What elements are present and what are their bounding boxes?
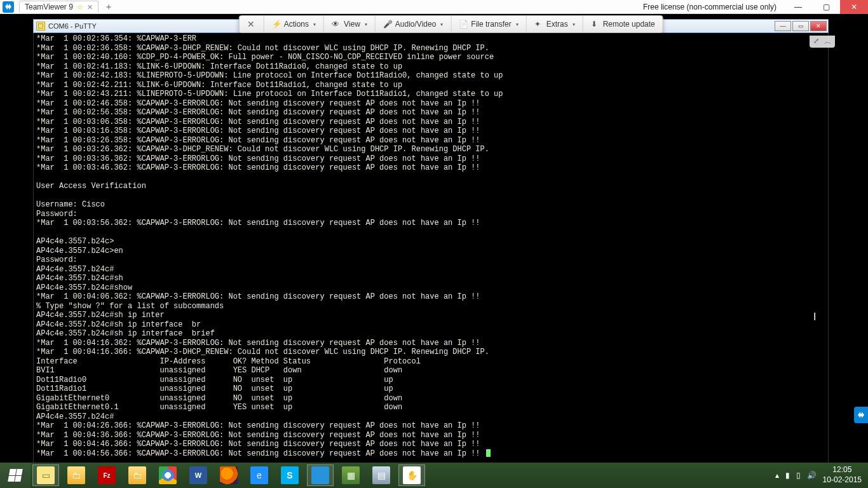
- start-button[interactable]: [0, 463, 31, 488]
- notepad-icon: ▤: [372, 466, 390, 484]
- taskbar-item-skype[interactable]: S: [275, 463, 305, 488]
- collapse-toolbar-icon[interactable]: ︿: [824, 37, 831, 46]
- file-icon: [459, 20, 468, 29]
- taskbar-item-notepad[interactable]: ▤: [366, 463, 397, 488]
- taskbar-item-chrome[interactable]: [153, 463, 183, 488]
- maximize-button[interactable]: ▢: [812, 0, 840, 14]
- teamviewer-icon: [311, 466, 329, 484]
- fullscreen-icon[interactable]: ⤢: [813, 37, 819, 46]
- gear-icon: [534, 20, 543, 29]
- tray-date: 10-02-2015: [823, 475, 862, 485]
- folder1-icon: 🗀: [67, 466, 85, 484]
- taskbar-item-folder2[interactable]: 🗀: [122, 463, 153, 488]
- folder2-icon: 🗀: [128, 466, 146, 484]
- close-icon: ✕: [247, 20, 256, 29]
- teamviewer-side-badge[interactable]: [854, 407, 868, 423]
- taskbar-item-putty[interactable]: ▭: [31, 463, 61, 488]
- license-text: Free license (non-commercial use only): [635, 3, 784, 11]
- chevron-down-icon: ▾: [313, 22, 316, 27]
- putty-terminal[interactable]: *Mar 1 00:02:36.354: %CAPWAP-3-ERR *Mar …: [33, 33, 829, 468]
- taskbar-item-filezilla[interactable]: Fz: [92, 463, 122, 488]
- putty-maximize-button[interactable]: ▭: [792, 21, 809, 31]
- remote-desktop-area: COM6 - PuTTY — ▭ ✕ *Mar 1 00:02:36.354: …: [0, 14, 868, 463]
- toolbar-remote-update[interactable]: Remote update: [583, 16, 663, 32]
- putty-window: COM6 - PuTTY — ▭ ✕ *Mar 1 00:02:36.354: …: [33, 19, 829, 468]
- chevron-down-icon: ▾: [573, 22, 575, 27]
- teamviewer-mini-controls: ⤢ ︿: [810, 36, 835, 48]
- taskbar-item-teamviewer[interactable]: [305, 463, 336, 488]
- tray-network-icon[interactable]: ▯: [796, 471, 801, 480]
- tray-time: 12:05: [823, 465, 862, 475]
- download-icon: [591, 20, 600, 29]
- putty-close-button[interactable]: ✕: [810, 21, 827, 31]
- mic-icon: [383, 20, 392, 29]
- taskbar-item-folder1[interactable]: 🗀: [61, 463, 92, 488]
- toolbar-view[interactable]: View▾: [324, 16, 376, 32]
- new-tab-button[interactable]: ＋: [102, 1, 115, 13]
- skype-icon: S: [281, 466, 299, 484]
- tray-show-hidden-icon[interactable]: ▴: [775, 471, 779, 480]
- chevron-down-icon: ▾: [365, 22, 367, 27]
- ie-icon: e: [250, 466, 268, 484]
- teamviewer-titlebar: TeamViewer 9 ☆ ✕ ＋ Free license (non-com…: [0, 0, 868, 14]
- putty-title: COM6 - PuTTY: [48, 22, 97, 30]
- remote-blank-margin: [829, 14, 868, 463]
- tray-volume-icon[interactable]: 🔊: [807, 471, 817, 480]
- chevron-down-icon: ▾: [440, 22, 443, 27]
- teamviewer-logo-icon: [3, 1, 14, 13]
- chrome-icon: [159, 466, 177, 484]
- toolbar-audio-video[interactable]: Audio/Video▾: [376, 16, 452, 32]
- putty-icon: [36, 22, 45, 30]
- toolbar-file-transfer[interactable]: File transfer▾: [451, 16, 526, 32]
- taskbar-item-ie[interactable]: e: [244, 463, 275, 488]
- teamviewer-tab[interactable]: TeamViewer 9 ☆ ✕: [19, 1, 98, 13]
- winrar-icon: ▦: [342, 466, 360, 484]
- close-button[interactable]: ✕: [840, 0, 868, 14]
- hand-icon: ✋: [403, 466, 421, 484]
- tray-clock[interactable]: 12:05 10-02-2015: [823, 465, 862, 485]
- close-tab-icon[interactable]: ✕: [87, 3, 93, 11]
- word-icon: W: [189, 466, 207, 484]
- taskbar-item-firefox[interactable]: [214, 463, 244, 488]
- taskbar-item-hand[interactable]: ✋: [397, 463, 427, 488]
- toolbar-extras[interactable]: Extras▾: [527, 16, 583, 32]
- bolt-icon: [272, 20, 281, 29]
- tab-title: TeamViewer 9: [25, 3, 73, 11]
- filezilla-icon: Fz: [98, 466, 116, 484]
- toolbar-actions[interactable]: Actions▾: [264, 16, 324, 32]
- system-tray: ▴ ▮ ▯ 🔊 12:05 10-02-2015: [769, 465, 868, 485]
- taskbar: ▭🗀Fz🗀WeS▦▤✋ ▴ ▮ ▯ 🔊 12:05 10-02-2015: [0, 463, 868, 488]
- tray-battery-icon[interactable]: ▮: [785, 471, 790, 480]
- text-caret-cursor-icon: I: [813, 311, 822, 323]
- taskbar-item-word[interactable]: W: [183, 463, 214, 488]
- toolbar-close-session[interactable]: ✕: [240, 16, 264, 32]
- star-icon[interactable]: ☆: [77, 3, 83, 11]
- minimize-button[interactable]: —: [784, 0, 812, 14]
- putty-icon: ▭: [37, 466, 55, 484]
- teamviewer-toolbar: ✕ Actions▾ View▾ Audio/Video▾ File trans…: [239, 15, 663, 33]
- chevron-down-icon: ▾: [516, 22, 519, 27]
- eye-icon: [332, 20, 341, 29]
- taskbar-item-winrar[interactable]: ▦: [336, 463, 366, 488]
- putty-minimize-button[interactable]: —: [775, 21, 791, 31]
- windows-logo-icon: [8, 469, 23, 482]
- terminal-cursor: [486, 449, 491, 457]
- firefox-icon: [220, 466, 238, 484]
